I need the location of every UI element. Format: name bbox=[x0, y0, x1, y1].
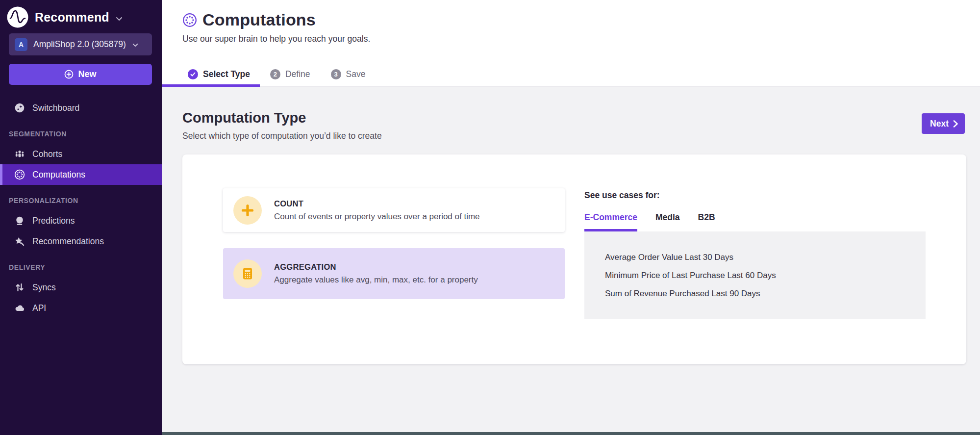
sidebar-item-label: Recommendations bbox=[32, 236, 104, 247]
main-area: Computations Use our super brain to help… bbox=[162, 0, 980, 435]
use-case-tabs: E-Commerce Media B2B bbox=[584, 212, 926, 231]
sidebar-item-api[interactable]: API bbox=[0, 298, 162, 318]
sidebar-item-label: Cohorts bbox=[32, 149, 62, 159]
step-label: Save bbox=[346, 69, 366, 79]
syncs-icon bbox=[14, 282, 25, 293]
sidebar: Recommend A AmpliShop 2.0 (305879) New bbox=[0, 0, 162, 435]
calculator-icon bbox=[233, 259, 262, 288]
new-button-label: New bbox=[78, 69, 96, 79]
project-name: AmpliShop 2.0 (305879) bbox=[33, 39, 126, 50]
use-case-example: Sum of Revenue Purchased Last 90 Days bbox=[605, 288, 926, 300]
recommendations-icon bbox=[14, 236, 25, 247]
sidebar-item-computations[interactable]: Computations bbox=[0, 164, 162, 185]
content-area: Computation Type Select which type of co… bbox=[162, 87, 980, 435]
type-name: AGGREGATION bbox=[274, 262, 478, 272]
type-option-count[interactable]: COUNT Count of events or property values… bbox=[223, 188, 565, 232]
step-number: 2 bbox=[270, 69, 280, 79]
sidebar-item-label: Switchboard bbox=[32, 103, 79, 113]
next-button[interactable]: Next bbox=[922, 113, 965, 134]
step-label: Define bbox=[285, 69, 310, 79]
page-subtitle: Use our super brain to help you reach yo… bbox=[182, 34, 980, 44]
switchboard-icon bbox=[14, 102, 25, 113]
sidebar-section-personalization: PERSONALIZATION bbox=[0, 197, 162, 205]
step-select-type[interactable]: Select Type bbox=[162, 64, 260, 87]
new-button[interactable]: New bbox=[9, 64, 152, 85]
sidebar-item-switchboard[interactable]: Switchboard bbox=[0, 98, 162, 118]
content-heading: Computation Type bbox=[182, 110, 980, 126]
use-cases-panel: See use cases for: E-Commerce Media B2B … bbox=[584, 188, 926, 364]
sidebar-section-delivery: DELIVERY bbox=[0, 263, 162, 271]
window-bottom-edge bbox=[162, 432, 980, 435]
computations-icon bbox=[14, 169, 25, 180]
sidebar-item-syncs[interactable]: Syncs bbox=[0, 277, 162, 298]
type-description: Count of events or property values over … bbox=[274, 212, 480, 222]
use-cases-title: See use cases for: bbox=[584, 190, 926, 201]
sidebar-item-predictions[interactable]: Predictions bbox=[0, 210, 162, 231]
type-option-aggregation[interactable]: AGGREGATION Aggregate values like avg, m… bbox=[223, 248, 565, 299]
plus-circle-icon bbox=[64, 70, 74, 79]
tab-ecommerce[interactable]: E-Commerce bbox=[584, 212, 637, 231]
chevron-down-icon[interactable] bbox=[116, 17, 123, 21]
step-label: Select Type bbox=[203, 69, 250, 79]
plus-icon bbox=[233, 196, 262, 225]
computations-page-icon bbox=[182, 13, 197, 27]
sidebar-section-segmentation: SEGMENTATION bbox=[0, 130, 162, 138]
chevron-right-icon bbox=[953, 120, 958, 128]
type-list: COUNT Count of events or property values… bbox=[223, 188, 565, 364]
computation-type-card: COUNT Count of events or property values… bbox=[182, 154, 966, 364]
wizard-steps: Select Type 2 Define 3 Save bbox=[162, 64, 376, 87]
sidebar-item-label: Predictions bbox=[32, 216, 75, 226]
amplitude-logo-icon bbox=[7, 6, 28, 28]
api-cloud-icon bbox=[14, 303, 25, 313]
step-save[interactable]: 3 Save bbox=[321, 64, 376, 87]
sidebar-item-cohorts[interactable]: Cohorts bbox=[0, 144, 162, 164]
project-selector[interactable]: A AmpliShop 2.0 (305879) bbox=[9, 33, 152, 55]
check-icon bbox=[188, 69, 198, 79]
use-case-examples: Average Order Value Last 30 Days Minimum… bbox=[584, 231, 926, 319]
use-case-example: Minimum Price of Last Purchase Last 60 D… bbox=[605, 270, 926, 281]
org-avatar: A bbox=[15, 38, 27, 51]
step-number: 3 bbox=[331, 69, 341, 79]
brand-row: Recommend bbox=[0, 0, 162, 28]
product-name: Recommend bbox=[35, 10, 109, 25]
sidebar-item-label: Syncs bbox=[32, 282, 56, 293]
tab-media[interactable]: Media bbox=[655, 212, 680, 231]
sidebar-item-label: Computations bbox=[32, 170, 85, 180]
content-subheading: Select which type of computation you’d l… bbox=[182, 131, 980, 141]
page-title: Computations bbox=[202, 10, 316, 29]
tab-b2b[interactable]: B2B bbox=[698, 212, 715, 231]
chevron-down-icon bbox=[132, 43, 138, 47]
sidebar-item-recommendations[interactable]: Recommendations bbox=[0, 231, 162, 252]
type-description: Aggregate values like avg, min, max, etc… bbox=[274, 275, 478, 285]
sidebar-nav: Switchboard SEGMENTATION Cohorts bbox=[0, 98, 162, 318]
step-define[interactable]: 2 Define bbox=[260, 64, 321, 87]
predictions-icon bbox=[14, 215, 25, 226]
type-name: COUNT bbox=[274, 199, 480, 208]
page-header: Computations Use our super brain to help… bbox=[162, 0, 980, 87]
sidebar-item-label: API bbox=[32, 303, 46, 313]
next-button-label: Next bbox=[930, 119, 949, 129]
cohorts-icon bbox=[14, 149, 25, 159]
use-case-example: Average Order Value Last 30 Days bbox=[605, 252, 926, 263]
